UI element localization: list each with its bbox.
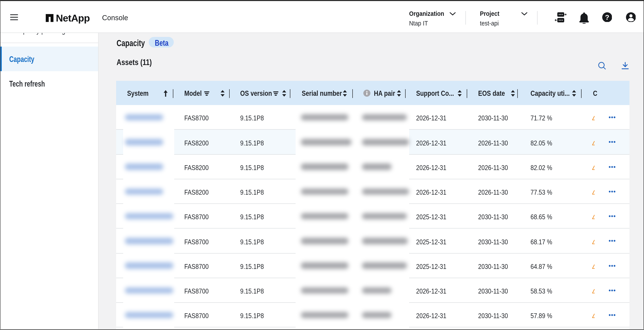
svg-text:?: ? — [605, 13, 609, 21]
